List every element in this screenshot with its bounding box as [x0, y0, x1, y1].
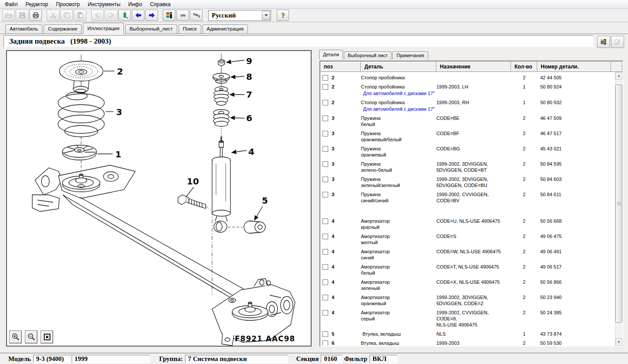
menu-info[interactable]: Инфо [124, 0, 146, 8]
part-qty: 2 [511, 75, 537, 81]
tab-selection-list[interactable]: Выборочный лист [344, 51, 392, 59]
table-row[interactable]: 4Амортизатор зеленыйCODE=X, NLS-USE 4906… [320, 277, 615, 293]
menu-view[interactable]: Просмотр [52, 0, 84, 8]
callout-2: 2 [117, 66, 123, 77]
table-row[interactable]: 4Амортизатор синийCODE=W, NLS-USE 490647… [320, 247, 615, 262]
scroll-down-icon[interactable]: ▼ [615, 338, 622, 346]
table-scrollbar[interactable]: ▲ ▼ [615, 72, 622, 346]
table-row[interactable]: 2Стопор пробойника1999-2003, RH150 80 93… [320, 98, 615, 113]
tab-administration[interactable]: Администрация [202, 24, 248, 34]
table-row[interactable]: 3Пружина зелено-белый1999-2002, 3DVIGGEN… [320, 159, 615, 174]
row-checkbox[interactable] [323, 131, 328, 136]
save-icon[interactable] [16, 10, 28, 21]
row-checkbox[interactable] [323, 331, 328, 337]
print-icon[interactable] [29, 10, 42, 21]
row-checkbox[interactable] [323, 192, 328, 197]
table-row[interactable]: 4Амортизатор белыйCODE=T, NLS-USE 490647… [320, 262, 615, 277]
table-row[interactable]: 4Амортизатор оранжевый1999-2002, 3DVIGGE… [320, 293, 615, 308]
table-rows: 2Стопор пробойника242 44 5052Стопор проб… [320, 72, 615, 346]
dms-icon[interactable]: DMS [190, 10, 202, 21]
row-checkbox[interactable] [323, 340, 328, 346]
table-row[interactable]: 3Пружина белыйCODE=BE246 47 509 [320, 113, 615, 129]
table-row[interactable]: 6Втулка, вкладыш1999-2003250 59 530 [320, 338, 615, 346]
row-checkbox[interactable] [323, 249, 328, 255]
vin-icon[interactable]: VIN [176, 10, 189, 21]
row-checkbox[interactable] [323, 234, 328, 239]
tab-search[interactable]: Поиск [178, 24, 201, 34]
table-row[interactable]: 2Стопор пробойника242 44 505 [320, 73, 615, 82]
scroll-up-icon[interactable]: ▲ [615, 72, 622, 79]
row-checkbox[interactable] [323, 310, 328, 316]
svg-text:M: M [196, 14, 198, 17]
row-checkbox[interactable] [323, 218, 328, 224]
forward-arrow-icon[interactable] [145, 10, 158, 21]
zoom-fit-icon[interactable] [41, 330, 53, 344]
row-checkbox[interactable] [323, 177, 328, 182]
row-checkbox[interactable] [323, 161, 328, 167]
menu-help[interactable]: Справка [146, 0, 175, 8]
parts-list-toggle-button[interactable] [597, 36, 610, 48]
table-row[interactable]: 3Пружина оранжевыйCODE=BG245 43 021 [320, 144, 615, 159]
cut-icon[interactable] [47, 10, 59, 21]
zoom-out-icon[interactable] [25, 330, 38, 344]
column-header-pos[interactable]: поз [320, 61, 361, 72]
menu-file[interactable]: Файл [1, 0, 22, 8]
tab-details[interactable]: Детали [319, 50, 343, 59]
part-name: Пружина белый [361, 115, 436, 127]
row-checkbox[interactable] [323, 146, 328, 152]
tab-contents[interactable]: Содержание [44, 24, 82, 34]
table-row[interactable]: 3Пружина оранжевый/белыйCODE=BF246 47 51… [320, 129, 615, 144]
filter-bar-icon[interactable] [118, 10, 131, 21]
language-select[interactable]: Русский [208, 10, 271, 21]
table-row[interactable]: 2Стопор пробойника1999-2003, LH150 80 92… [320, 82, 615, 98]
row-checkbox[interactable] [323, 279, 328, 285]
redo-page-icon[interactable] [91, 10, 104, 21]
row-checkbox[interactable] [323, 75, 328, 81]
pos-cell: 4 [320, 294, 361, 300]
pos-cell: 3 [320, 191, 361, 197]
menu-tools[interactable]: Инструменты [84, 0, 124, 8]
pos-value: 5 [332, 331, 334, 337]
pos-value: 4 [332, 310, 334, 316]
table-row[interactable]: 4Амортизатор серый1999-2002, CVVIGGEN, C… [320, 308, 615, 329]
column-header-purpose[interactable]: Назначение [436, 61, 511, 72]
row-checkbox[interactable] [323, 100, 328, 105]
column-header-part[interactable]: Деталь [361, 61, 436, 72]
row-checkbox[interactable] [323, 295, 328, 300]
pos-cell: 2 [320, 84, 361, 90]
zoom-in-icon[interactable] [9, 330, 22, 344]
paste-icon[interactable] [74, 10, 86, 21]
toolbar-group [91, 10, 158, 21]
table-row[interactable]: 4Амортизатор красныйCODE=U, NLS-USE 4906… [320, 216, 615, 231]
copy-icon[interactable] [60, 10, 73, 21]
scrollbar-thumb[interactable] [615, 85, 622, 323]
traffic-light-icon[interactable] [163, 10, 175, 21]
table-row[interactable]: 3Пружина синий/синий1999-2002, CVVIGGEN,… [320, 190, 615, 205]
table-row[interactable]: 4Амортизатор желтыйCODE=S249 06 475 [320, 231, 615, 247]
edit-note-button[interactable] [611, 36, 624, 48]
menu-editor[interactable]: Редактор [22, 0, 52, 8]
table-row[interactable]: 3Пружина зеленый/зеленый1999-2002, 3DVIG… [320, 174, 615, 190]
tab-vehicle[interactable]: Автомобиль [5, 24, 42, 34]
back-arrow-icon[interactable] [132, 10, 144, 21]
chevron-down-icon[interactable] [262, 11, 270, 20]
row-checkbox[interactable] [323, 84, 328, 90]
tab-illustration[interactable]: Иллюстрация [83, 23, 124, 34]
part-number: 50 80 932 [537, 99, 607, 105]
part-purpose: CODE=T, NLS-USE 4906475 [436, 264, 511, 270]
pos-value: 2 [332, 99, 334, 105]
tab-parts-list[interactable]: Выборочный_лист [125, 24, 177, 34]
open-folder-icon[interactable] [2, 10, 15, 21]
row-checkbox[interactable] [323, 264, 328, 270]
tab-notes[interactable]: Примечания [392, 51, 428, 59]
part-number: 43 73 874 [537, 331, 607, 337]
row-checkbox[interactable] [323, 116, 328, 121]
part-name: Амортизатор серый [361, 310, 436, 322]
column-header-qty[interactable]: Кол-во [511, 61, 537, 72]
help-button[interactable]: ? [277, 10, 289, 21]
pos-cell: 6 [320, 340, 361, 346]
column-header-number[interactable]: Номер детали. [537, 61, 611, 72]
undo-page-icon[interactable] [105, 10, 117, 21]
part-qty: 2 [511, 176, 537, 182]
table-row[interactable]: 5·Втулка, вкладышNLS143 73 874 [320, 329, 615, 338]
